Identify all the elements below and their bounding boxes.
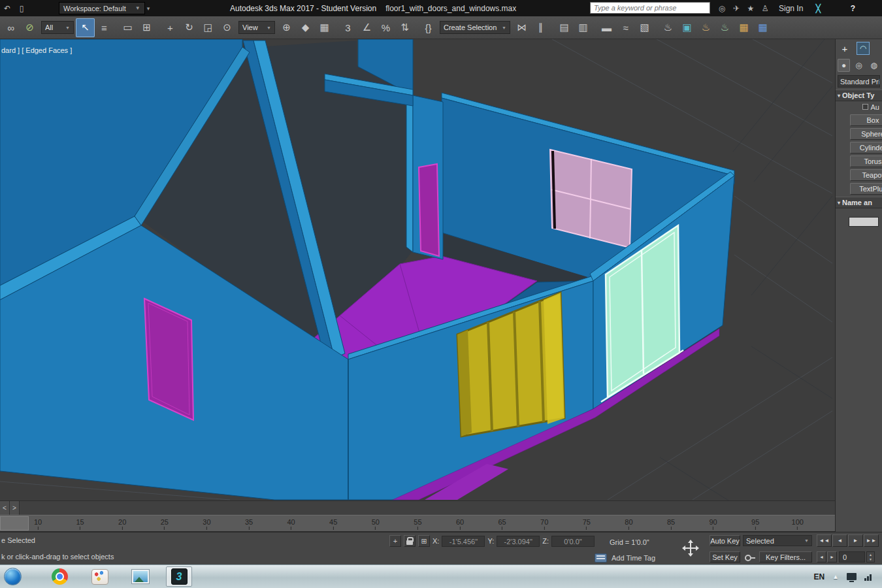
search-input[interactable]	[590, 2, 710, 14]
use-pivot-center-icon[interactable]: ⊕	[277, 18, 296, 37]
timeline-tick[interactable]: 45	[329, 518, 337, 530]
selected-filter-dropdown[interactable]: Selected ▼	[743, 535, 812, 546]
go-to-start-button[interactable]: ◄◄	[817, 534, 832, 547]
timeline-tick[interactable]: 30	[203, 518, 210, 530]
named-sets-dropdown[interactable]: Create Selection Se▼	[440, 21, 510, 34]
add-time-tag-button[interactable]: Add Time Tag	[612, 554, 655, 562]
autogrid-checkbox[interactable]	[862, 104, 868, 110]
autogrid-checkbox-row[interactable]: Au	[836, 101, 882, 112]
align-icon[interactable]: ∥	[531, 18, 550, 37]
reference-coordinate-dropdown[interactable]: View▼	[238, 21, 275, 34]
timeline-tick[interactable]: 20	[118, 518, 126, 530]
layer-manager-icon[interactable]: ▥	[574, 18, 593, 37]
absolute-offset-icon[interactable]: ⊞	[418, 535, 430, 547]
select-and-move-icon[interactable]: +	[161, 18, 180, 37]
object-button-teapot[interactable]: Teapot	[850, 169, 882, 181]
door-interior[interactable]	[419, 164, 439, 256]
select-and-place-icon[interactable]: ⊙	[218, 18, 237, 37]
mirror-icon[interactable]: ⋈	[512, 18, 531, 37]
rollout-object-type[interactable]: ▾ Object Ty	[836, 90, 882, 101]
render-setup-icon[interactable]: ♨	[659, 18, 678, 37]
sign-in-button[interactable]: Sign In	[779, 4, 803, 13]
workspace-extra-arrow-icon[interactable]: ▾	[147, 5, 150, 12]
timeline-tick[interactable]: 70	[540, 518, 548, 530]
pan-arrows-icon[interactable]	[682, 540, 699, 557]
auto-key-button[interactable]: Auto Key	[710, 535, 740, 546]
object-button-cylinder[interactable]: Cylinder	[850, 142, 882, 154]
primitive-type-dropdown[interactable]: Standard Prim	[838, 75, 880, 88]
set-key-button[interactable]: Set Key	[710, 551, 740, 563]
timeline-tick[interactable]: 100	[792, 518, 804, 530]
timeline-tick[interactable]: 95	[751, 518, 759, 530]
keyboard-override-icon[interactable]: ▦	[315, 18, 334, 37]
play-button[interactable]: ►	[848, 534, 863, 547]
user-icon[interactable]: ♙	[758, 4, 772, 13]
time-tag-icon[interactable]	[595, 553, 607, 563]
render-production-icon[interactable]: ♨	[696, 18, 715, 37]
go-to-end-button[interactable]: ►►	[864, 534, 879, 547]
timeline-tick[interactable]: 80	[625, 518, 632, 530]
snaps-toggle-icon[interactable]: 3	[338, 18, 357, 37]
object-button-sphere[interactable]: Sphere	[850, 128, 882, 140]
previous-frame-button[interactable]: ◄	[832, 534, 847, 547]
new-scene-icon[interactable]: ▯	[14, 4, 29, 13]
timeline-tick[interactable]: 50	[372, 518, 380, 530]
photos-icon[interactable]	[132, 570, 149, 583]
rendered-frame-icon[interactable]: ▣	[678, 18, 696, 37]
select-by-name-icon[interactable]: ≡	[95, 18, 114, 37]
help-icon[interactable]: ?	[840, 4, 866, 13]
display-settings-icon[interactable]	[847, 573, 857, 580]
category-lights-icon[interactable]: ◍	[868, 59, 880, 72]
exchange-apps-icon[interactable]: ╳	[809, 4, 826, 13]
timeline-tick[interactable]: 25	[161, 518, 169, 530]
active-task-3dsmax[interactable]: 3	[166, 566, 192, 587]
timeline-tick[interactable]: 60	[456, 518, 464, 530]
object-name-field[interactable]	[849, 217, 879, 227]
rectangular-selection-icon[interactable]: ▭	[118, 18, 137, 37]
render-cloud-icon[interactable]: ▦	[734, 18, 753, 37]
schematic-view-icon[interactable]: ▧	[635, 18, 654, 37]
timeline-tick[interactable]: 85	[667, 518, 675, 530]
percent-snap-icon[interactable]: %	[376, 18, 395, 37]
select-and-manipulate-icon[interactable]: ◆	[296, 18, 315, 37]
trackbar-next-button[interactable]: >	[10, 501, 20, 515]
x-coordinate-field[interactable]: -1'5.456"	[442, 536, 485, 547]
ribbon-toggle-icon[interactable]: ▬	[597, 18, 616, 37]
y-coordinate-field[interactable]: -2'3.094"	[497, 536, 540, 547]
perspective-viewport[interactable]: dard ] [ Edged Faces ]	[0, 39, 835, 500]
select-and-rotate-icon[interactable]: ↻	[180, 18, 199, 37]
category-shapes-icon[interactable]: ◎	[853, 59, 865, 72]
tab-modify-icon[interactable]: ◠	[857, 42, 870, 55]
edit-named-sets-icon[interactable]: {}	[419, 18, 438, 37]
track-bar[interactable]: < >	[0, 500, 835, 515]
viewport-3d-scene[interactable]	[0, 39, 835, 500]
window-crossing-icon[interactable]: ⊞	[137, 18, 156, 37]
timeline-tick[interactable]: 40	[287, 518, 295, 530]
workspace-dropdown[interactable]: Workspace: Default ▼	[59, 2, 145, 14]
spinner-snap-icon[interactable]: ⇅	[395, 18, 414, 37]
language-indicator[interactable]: EN	[813, 572, 825, 581]
time-slider-handle[interactable]	[0, 516, 29, 531]
key-filters-button[interactable]: Key Filters...	[759, 551, 812, 563]
community-icon[interactable]: ✈	[729, 4, 743, 13]
select-and-scale-icon[interactable]: ◲	[199, 18, 218, 37]
undo-icon[interactable]: ↶	[0, 4, 14, 13]
timeline-ruler[interactable]: 101520253035404550556065707580859095100	[0, 515, 835, 532]
render-iterative-icon[interactable]: ♨	[715, 18, 734, 37]
timeline-tick[interactable]: 10	[34, 518, 42, 530]
frame-back-button[interactable]: ◄	[817, 551, 826, 563]
network-icon[interactable]	[864, 573, 872, 581]
timeline-tick[interactable]: 35	[245, 518, 253, 530]
select-object-icon[interactable]: ↖	[76, 18, 95, 37]
angle-snap-icon[interactable]: ∠	[357, 18, 376, 37]
chrome-icon[interactable]	[52, 568, 68, 585]
house-model[interactable]	[0, 39, 734, 500]
object-button-textplus[interactable]: TextPlus	[850, 183, 882, 195]
frame-spinner[interactable]: ▲▼	[866, 551, 875, 563]
frame-forward-button[interactable]: ►	[827, 551, 837, 563]
unlink-selection-icon[interactable]: ⊘	[20, 18, 39, 37]
render-gallery-icon[interactable]: ▦	[753, 18, 772, 37]
rollout-name-color[interactable]: ▾ Name an	[836, 197, 882, 208]
category-geometry-icon[interactable]: ●	[838, 59, 850, 72]
timeline-tick[interactable]: 75	[583, 518, 591, 530]
